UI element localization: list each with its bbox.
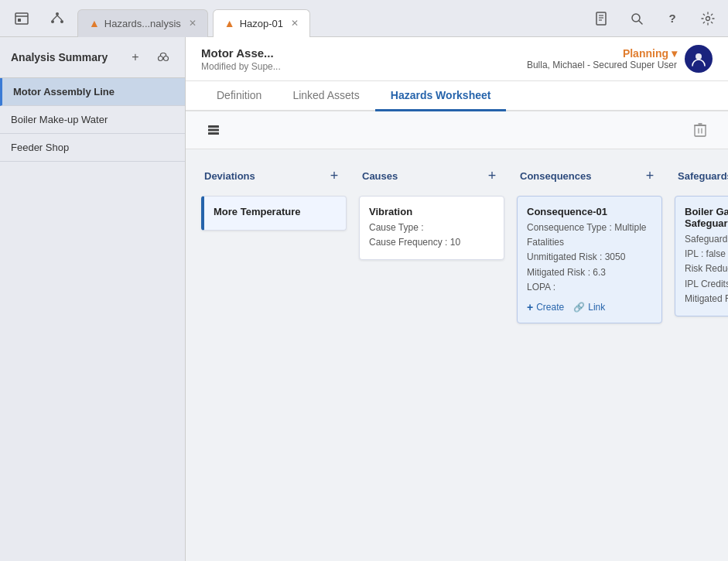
consequence-card-01[interactable]: Consequence-01 Consequence Type : Multip…	[517, 196, 662, 323]
svg-point-15	[159, 56, 163, 61]
consequences-header: Consequences +	[517, 162, 662, 190]
list-view-button[interactable]	[201, 118, 226, 142]
main-area: Analysis Summary + Motor Assembly Line B…	[0, 37, 728, 561]
safeguard-mitigated-risk-field: Mitigated Risk : 6.3	[685, 292, 728, 306]
cause-card-vibration[interactable]: Vibration Cause Type : Cause Frequency :…	[359, 196, 504, 260]
cause-title: Vibration	[369, 206, 494, 217]
tab-hazop-01[interactable]: ▲ Hazop-01 ✕	[213, 9, 310, 37]
link-icon: 🔗	[573, 302, 585, 313]
tab-linked-assets-label: Linked Assets	[292, 89, 359, 101]
svg-line-13	[639, 21, 642, 24]
safeguards-header-label: Safeguards	[678, 170, 728, 182]
deviations-header-label: Deviations	[204, 170, 255, 182]
add-cause-button[interactable]: +	[483, 166, 501, 185]
create-button[interactable]: + Create	[527, 301, 564, 313]
document-icon-btn[interactable]	[587, 5, 615, 32]
add-consequence-button[interactable]: +	[641, 166, 659, 185]
tab2-icon: ▲	[224, 17, 235, 29]
ipl-credits-field: IPL Credits :	[685, 277, 728, 292]
tab-bar-right: ?	[587, 5, 722, 32]
tab2-close[interactable]: ✕	[291, 18, 299, 29]
link-label: Link	[588, 302, 605, 313]
content-header-left: Motor Asse... Modified by Supe...	[201, 46, 281, 72]
sidebar-list: Motor Assembly Line Boiler Make-up Water…	[0, 78, 185, 561]
svg-rect-20	[208, 132, 219, 135]
safeguards-column: Safeguards + Boiler Gas Feed - Safeguard…	[675, 162, 728, 323]
deviation-card-more-temp[interactable]: More Temperature	[201, 196, 347, 231]
search-icon-btn[interactable]	[623, 5, 651, 32]
content-header-right: Planning ▾ Bulla, Michael - Secured Supe…	[527, 45, 713, 73]
svg-line-6	[53, 15, 57, 20]
delete-button[interactable]	[688, 118, 713, 142]
svg-point-4	[51, 20, 54, 23]
sidebar-item-label: Feeder Shop	[11, 142, 69, 153]
create-plus-icon: +	[527, 301, 533, 313]
ipl-field: IPL : false	[685, 247, 728, 262]
sidebar-item-label: Boiler Make-up Water	[11, 114, 108, 125]
content-subtitle: Modified by Supe...	[201, 61, 281, 72]
home-icon-btn[interactable]	[6, 3, 37, 34]
safeguard-title: Boiler Gas Feed - Safeguard	[685, 206, 728, 229]
tree-icon-btn[interactable]	[42, 3, 73, 34]
causes-column: Causes + Vibration Cause Type : Cause Fr…	[359, 162, 504, 323]
avatar[interactable]	[685, 45, 713, 73]
svg-rect-0	[15, 13, 28, 24]
tab-hazards-worksheet[interactable]: Hazards Worksheet	[375, 81, 507, 111]
sidebar-item-label: Motor Assembly Line	[13, 86, 114, 97]
sidebar-item-motor-assembly[interactable]: Motor Assembly Line	[0, 78, 185, 106]
worksheet-toolbar	[186, 111, 728, 149]
svg-rect-8	[596, 12, 606, 25]
safeguard-type-field: Safeguard Type : Operator	[685, 232, 728, 247]
causes-header-label: Causes	[362, 170, 398, 182]
consequence-title: Consequence-01	[527, 206, 652, 217]
tab-linked-assets[interactable]: Linked Assets	[277, 81, 374, 111]
consequences-header-label: Consequences	[520, 170, 591, 182]
tab1-label: Hazards...nalysis	[104, 18, 181, 29]
svg-rect-18	[208, 125, 219, 128]
cause-type-field: Cause Type :	[369, 221, 494, 235]
create-label: Create	[536, 302, 564, 313]
svg-point-16	[164, 56, 169, 61]
safeguards-header: Safeguards +	[675, 162, 728, 190]
link-button[interactable]: 🔗 Link	[573, 302, 605, 313]
tab-bar: ▲ Hazards...nalysis ✕ ▲ Hazop-01 ✕ ?	[0, 0, 728, 37]
content-panel: Motor Asse... Modified by Supe... Planni…	[186, 37, 728, 561]
sidebar: Analysis Summary + Motor Assembly Line B…	[0, 37, 186, 561]
content-title: Motor Asse...	[201, 46, 281, 60]
causes-header: Causes +	[359, 162, 504, 190]
deviations-column: Deviations + More Temperature	[201, 162, 347, 323]
consequence-type-field: Consequence Type : Multiple Fatalities	[527, 221, 652, 250]
settings-icon-btn[interactable]	[694, 5, 722, 32]
svg-line-7	[57, 15, 62, 20]
tab-definition-label: Definition	[217, 89, 261, 101]
safeguard-card-01[interactable]: Boiler Gas Feed - Safeguard Safeguard Ty…	[675, 196, 728, 316]
mitigated-risk-field: Mitigated Risk : 6.3	[527, 265, 652, 280]
grid-columns: Deviations + More Temperature Causes + V…	[201, 162, 728, 323]
lopa-field: LOPA :	[527, 280, 652, 295]
tab1-close[interactable]: ✕	[189, 18, 197, 29]
svg-point-5	[60, 20, 63, 23]
unmitigated-risk-field: Unmitigated Risk : 3050	[527, 250, 652, 265]
toolbar-right	[688, 118, 713, 142]
binoculars-icon-btn[interactable]	[152, 46, 174, 68]
tab1-icon: ▲	[89, 17, 100, 29]
help-icon-btn[interactable]: ?	[658, 5, 686, 32]
add-item-button[interactable]: +	[125, 46, 146, 68]
tab-definition[interactable]: Definition	[201, 81, 277, 111]
toolbar-left	[201, 118, 226, 142]
sidebar-item-feeder[interactable]: Feeder Shop	[0, 134, 185, 162]
consequence-actions: + Create 🔗 Link	[527, 301, 652, 313]
sidebar-item-boiler[interactable]: Boiler Make-up Water	[0, 106, 185, 134]
planning-badge[interactable]: Planning ▾	[623, 47, 677, 60]
add-deviation-button[interactable]: +	[325, 166, 343, 185]
svg-point-3	[56, 12, 59, 15]
sidebar-title: Analysis Summary	[11, 51, 108, 63]
tab-hazards-analysis[interactable]: ▲ Hazards...nalysis ✕	[77, 9, 208, 37]
svg-point-14	[706, 16, 710, 20]
tab-hazards-worksheet-label: Hazards Worksheet	[391, 89, 491, 101]
svg-point-17	[696, 53, 702, 60]
svg-rect-2	[18, 19, 21, 22]
content-tabs: Definition Linked Assets Hazards Workshe…	[186, 81, 728, 111]
consequences-column: Consequences + Consequence-01 Consequenc…	[517, 162, 662, 323]
cause-frequency-field: Cause Frequency : 10	[369, 235, 494, 250]
